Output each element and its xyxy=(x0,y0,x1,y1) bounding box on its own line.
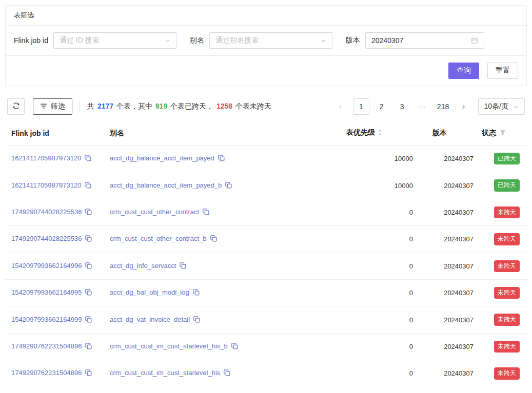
copy-icon[interactable] xyxy=(231,343,238,351)
alias-link[interactable]: acct_dg_bal_obj_modi_log xyxy=(110,288,189,296)
table-row: 1749290744028225536 crm_cust_cust_other_… xyxy=(5,199,527,225)
pagination-prev-icon[interactable]: ‹ xyxy=(332,98,349,115)
toolbar: 筛选 共 2177 个表，其中 919 个表已跨天， 1258 个表未跨天 ‹1… xyxy=(5,98,527,115)
flink-job-id-link[interactable]: 1749290762231504896 xyxy=(11,369,82,377)
header-version[interactable]: 版本 xyxy=(428,124,478,146)
copy-icon[interactable] xyxy=(85,369,92,378)
results-table: Flink job id 别名 表优先级 版本 状态 1621411705987… xyxy=(5,124,527,393)
table-row: 1542097993662164996 acct_dg_info_servacc… xyxy=(5,253,527,279)
filter-toggle-button[interactable]: 筛选 xyxy=(33,98,72,115)
version-date-input[interactable]: 20240307 xyxy=(365,32,484,49)
copy-icon[interactable] xyxy=(85,155,91,163)
field-flink-job-id: Flink job id 通过 ID 搜索 xyxy=(14,32,176,49)
copy-icon[interactable] xyxy=(85,209,92,217)
field-alias: 别名 通过别名搜索 xyxy=(190,32,332,49)
status-badge: 未跨天 xyxy=(494,233,520,245)
copy-icon[interactable] xyxy=(210,235,217,243)
status-cell: 未跨天 xyxy=(478,199,527,225)
status-badge: 未跨天 xyxy=(494,260,520,272)
alias-cell: acct_dg_balance_acct_item_payed_b xyxy=(106,172,342,199)
pagination-page-2[interactable]: 2 xyxy=(373,98,390,115)
pagination-top: ‹123⋯218›10条/页 xyxy=(332,98,525,115)
priority-cell: 0 xyxy=(342,360,428,387)
flink-job-id-link[interactable]: 1621411705987973120 xyxy=(11,181,81,189)
version-label: 版本 xyxy=(346,36,360,45)
alias-link[interactable]: crm_cust_cust_other_contract xyxy=(110,208,199,216)
version-value: 20240307 xyxy=(371,36,471,45)
sort-icon[interactable] xyxy=(378,130,382,138)
copy-icon[interactable] xyxy=(85,289,92,297)
header-alias[interactable]: 别名 xyxy=(106,124,342,146)
pagination-page-218[interactable]: 218 xyxy=(435,98,451,115)
version-cell: 20240307 xyxy=(428,306,478,333)
alias-link[interactable]: acct_dg_vat_invoice_detail xyxy=(110,316,190,323)
alias-link[interactable]: acct_dg_balance_acct_item_payed xyxy=(110,154,214,162)
filter-actions: 查询 重置 xyxy=(6,56,526,86)
priority-cell: 0 xyxy=(342,226,428,253)
copy-icon[interactable] xyxy=(193,289,200,297)
calendar-icon xyxy=(471,37,478,44)
alias-select[interactable]: 通过别名搜索 xyxy=(209,32,332,49)
copy-icon[interactable] xyxy=(85,182,91,190)
copy-icon[interactable] xyxy=(180,262,186,271)
version-cell: 20240307 xyxy=(428,199,478,225)
flink-job-id-cell: 1542097993662164996 xyxy=(5,253,106,279)
copy-icon[interactable] xyxy=(85,343,92,351)
filter-fields-row: Flink job id 通过 ID 搜索 别名 通过别名搜索 xyxy=(6,26,526,56)
flink-job-id-link[interactable]: 1542097993662164999 xyxy=(11,316,82,323)
priority-cell: 0 xyxy=(342,333,428,360)
crossed-count: 919 xyxy=(155,102,167,110)
flink-job-id-link[interactable]: 1749290762231504896 xyxy=(11,342,82,350)
query-button[interactable]: 查询 xyxy=(448,63,479,79)
flink-job-id-select[interactable]: 通过 ID 搜索 xyxy=(53,32,176,49)
priority-cell: 10000 xyxy=(342,172,428,199)
alias-link[interactable]: crm_cust_cust_im_cust_starlevel_his xyxy=(110,369,220,377)
pagination-page-1[interactable]: 1 xyxy=(353,98,369,115)
copy-icon[interactable] xyxy=(203,209,209,217)
header-priority[interactable]: 表优先级 xyxy=(342,124,428,146)
alias-cell: acct_dg_balance_acct_item_payed xyxy=(106,146,342,172)
copy-icon[interactable] xyxy=(85,316,92,324)
copy-icon[interactable] xyxy=(193,316,200,324)
table-row: 1749290762231504896 crm_cust_cust_im_cus… xyxy=(5,333,527,360)
header-flink-job-id[interactable]: Flink job id xyxy=(5,124,106,146)
table-row: 1621411705987973120 acct_dg_balance_acct… xyxy=(5,146,527,172)
flink-job-id-link[interactable]: 1542097993662164995 xyxy=(11,288,82,296)
copy-icon[interactable] xyxy=(218,155,225,163)
header-status[interactable]: 状态 xyxy=(478,124,527,146)
status-badge: 已跨天 xyxy=(494,153,520,164)
filter-funnel-icon[interactable] xyxy=(500,129,506,137)
refresh-button[interactable] xyxy=(7,98,25,115)
flink-job-id-link[interactable]: 1749290744028225536 xyxy=(11,235,82,242)
copy-icon[interactable] xyxy=(224,369,230,378)
page-size-select[interactable]: 10条/页 xyxy=(478,98,525,115)
copy-icon[interactable] xyxy=(85,235,92,243)
chevron-down-icon xyxy=(165,38,170,44)
flink-job-id-cell: 1749290744028225536 xyxy=(5,226,106,253)
reset-button[interactable]: 重置 xyxy=(487,63,518,79)
alias-link[interactable]: crm_cust_cust_im_cust_starlevel_his_b xyxy=(110,342,228,350)
version-cell: 20240307 xyxy=(428,172,478,199)
copy-icon[interactable] xyxy=(85,262,92,271)
version-cell: 20240307 xyxy=(428,360,478,387)
flink-job-id-link[interactable]: 1542097993662164996 xyxy=(11,262,82,270)
version-cell: 20240307 xyxy=(428,226,478,253)
status-cell: 未跨天 xyxy=(478,306,527,333)
alias-link[interactable]: crm_cust_cust_other_contract_b xyxy=(110,235,207,242)
flink-job-id-label: Flink job id xyxy=(14,36,48,45)
summary-seg: 个表，其中 xyxy=(114,102,154,110)
total-count: 2177 xyxy=(97,102,113,110)
flink-job-id-cell: 1542097993662164999 xyxy=(5,306,106,333)
pagination-next-icon[interactable]: › xyxy=(456,98,472,115)
alias-cell: acct_dg_bal_obj_modi_log xyxy=(106,279,342,306)
pagination-page-3[interactable]: 3 xyxy=(394,98,410,115)
uncrossed-count: 1258 xyxy=(216,102,232,110)
alias-link[interactable]: acct_dg_balance_acct_item_payed_b xyxy=(110,181,222,189)
copy-icon[interactable] xyxy=(225,182,232,190)
status-badge: 未跨天 xyxy=(494,314,520,325)
flink-job-id-cell: 1542097993662164995 xyxy=(5,279,106,306)
header-status-label: 状态 xyxy=(482,129,496,137)
flink-job-id-link[interactable]: 1621411705987973120 xyxy=(11,154,81,162)
flink-job-id-link[interactable]: 1749290744028225536 xyxy=(11,208,82,216)
alias-link[interactable]: acct_dg_info_servacct xyxy=(110,262,176,270)
